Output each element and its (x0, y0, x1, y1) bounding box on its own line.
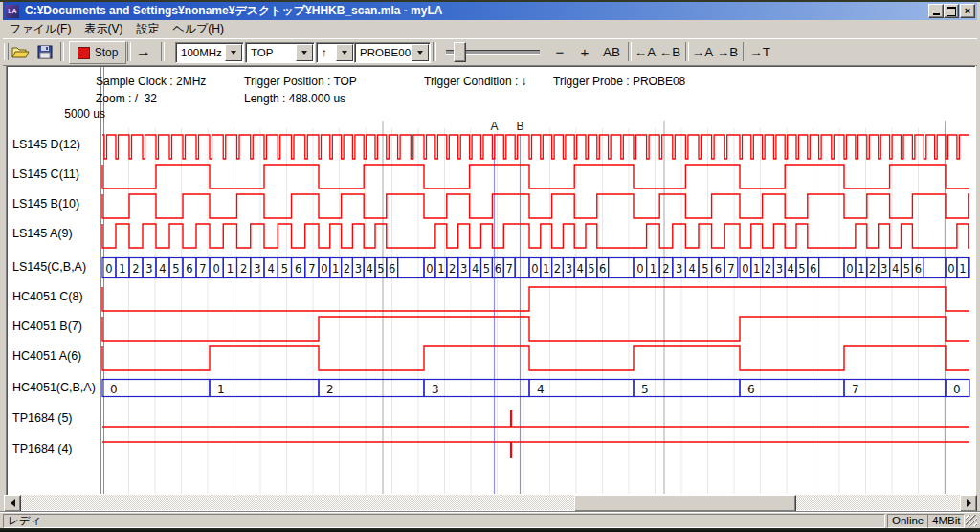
svg-text:5: 5 (702, 262, 708, 276)
svg-text:1: 1 (332, 262, 339, 276)
svg-text:4: 4 (537, 383, 545, 396)
svg-text:1: 1 (650, 262, 657, 276)
svg-text:6: 6 (186, 262, 192, 276)
svg-text:2: 2 (326, 383, 334, 396)
svg-text:3: 3 (776, 262, 783, 276)
svg-text:6: 6 (389, 262, 395, 276)
svg-text:4: 4 (159, 262, 166, 276)
svg-text:5: 5 (172, 262, 179, 276)
svg-text:3: 3 (432, 383, 439, 396)
svg-text:4: 4 (576, 262, 583, 276)
svg-text:4: 4 (689, 262, 696, 276)
svg-text:5: 5 (281, 262, 288, 276)
svg-text:4: 4 (787, 262, 793, 276)
channel-label-tp1684-4: TP1684 (4) (12, 442, 73, 455)
svg-text:0: 0 (105, 262, 112, 276)
time-origin-label: 5000 us (56, 107, 105, 121)
svg-text:0: 0 (947, 262, 954, 276)
svg-text:6: 6 (915, 262, 922, 276)
svg-text:7: 7 (727, 262, 734, 276)
svg-text:7: 7 (308, 262, 315, 276)
info-zoom: Zoom : / 32 (96, 92, 157, 105)
channel-label-hc4051-bus: HC4051(C,B,A) (12, 381, 96, 394)
svg-text:2: 2 (869, 262, 876, 276)
svg-text:3: 3 (566, 262, 572, 276)
svg-text:1: 1 (753, 262, 760, 276)
svg-text:3: 3 (254, 262, 260, 276)
cursor-label-A: A (490, 120, 498, 133)
channel-label-hc4051-c8: HC4051 C(8) (12, 290, 83, 303)
channel-label-ls145-c11: LS145 C(11) (12, 167, 79, 181)
svg-text:0: 0 (953, 383, 961, 396)
svg-text:5: 5 (798, 262, 805, 276)
svg-text:0: 0 (212, 262, 219, 276)
svg-text:1: 1 (959, 262, 966, 276)
svg-text:2: 2 (554, 262, 561, 276)
svg-text:3: 3 (676, 262, 682, 276)
info-trigger-position: Trigger Position : TOP (244, 75, 357, 88)
svg-text:0: 0 (531, 262, 538, 276)
channel-label-ls145-d12: LS145 D(12) (12, 138, 80, 151)
svg-text:1: 1 (119, 262, 125, 276)
svg-text:3: 3 (880, 262, 887, 276)
svg-text:4: 4 (892, 262, 899, 276)
channel-label-tp1684-5: TP1684 (5) (12, 411, 73, 425)
info-trigger-condition: Trigger Condition : ↓ (424, 75, 527, 88)
svg-text:1: 1 (227, 262, 234, 276)
svg-text:4: 4 (472, 262, 479, 276)
svg-text:7: 7 (852, 383, 859, 396)
svg-text:6: 6 (715, 262, 722, 276)
svg-text:6: 6 (599, 262, 606, 276)
channel-label-ls145-bus: LS145(C,B,A) (12, 260, 86, 274)
svg-text:3: 3 (460, 262, 467, 276)
svg-text:0: 0 (110, 383, 118, 396)
svg-text:3: 3 (145, 262, 152, 276)
svg-text:1: 1 (437, 262, 444, 276)
svg-text:2: 2 (132, 262, 139, 276)
svg-text:6: 6 (810, 262, 816, 276)
channel-label-hc4051-a6: HC4051 A(6) (12, 349, 81, 363)
channel-label-hc4051-b7: HC4051 B(7) (12, 320, 82, 333)
svg-text:7: 7 (199, 262, 206, 276)
svg-text:4: 4 (366, 262, 372, 276)
svg-text:5: 5 (903, 262, 910, 276)
svg-text:1: 1 (543, 262, 549, 276)
info-length: Length : 488.000 us (244, 92, 345, 105)
svg-text:2: 2 (344, 262, 350, 276)
info-sample-clock: Sample Clock : 2MHz (96, 75, 206, 88)
svg-text:6: 6 (495, 262, 501, 276)
svg-text:3: 3 (355, 262, 362, 276)
channel-label-ls145-a9: LS145 A(9) (12, 227, 73, 240)
svg-text:0: 0 (426, 262, 433, 276)
svg-text:2: 2 (449, 262, 456, 276)
svg-text:6: 6 (295, 262, 301, 276)
svg-text:0: 0 (846, 262, 853, 276)
svg-text:0: 0 (742, 262, 748, 276)
channel-label-ls145-b10: LS145 B(10) (12, 197, 79, 211)
svg-text:6: 6 (747, 383, 755, 396)
svg-text:5: 5 (588, 262, 594, 276)
cursor-label-B: B (516, 120, 523, 133)
svg-text:0: 0 (321, 262, 327, 276)
svg-text:5: 5 (641, 383, 649, 396)
svg-text:2: 2 (662, 262, 669, 276)
svg-text:7: 7 (506, 262, 513, 276)
info-trigger-probe: Trigger Probe : PROBE08 (553, 75, 685, 88)
svg-text:2: 2 (240, 262, 247, 276)
svg-text:5: 5 (377, 262, 384, 276)
svg-text:4: 4 (267, 262, 274, 276)
svg-text:1: 1 (858, 262, 864, 276)
svg-text:0: 0 (636, 262, 643, 276)
svg-text:2: 2 (765, 262, 771, 276)
svg-text:1: 1 (217, 383, 225, 396)
svg-text:5: 5 (483, 262, 490, 276)
